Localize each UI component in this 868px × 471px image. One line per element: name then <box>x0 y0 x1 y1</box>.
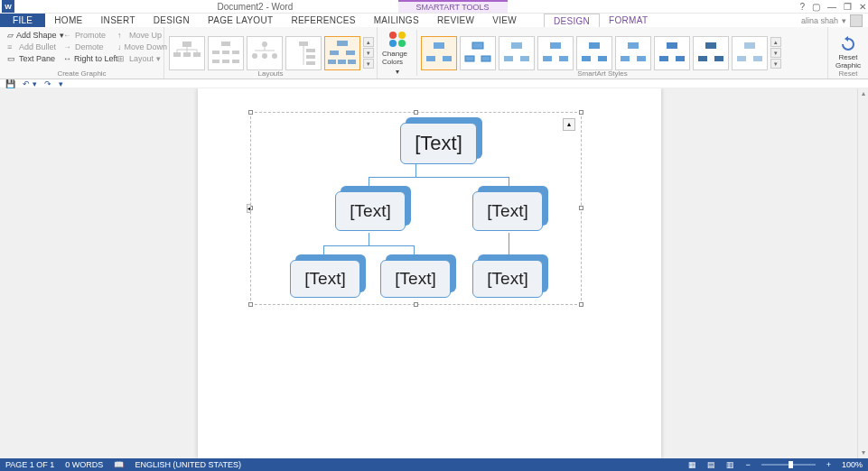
style-option-6[interactable] <box>615 36 651 70</box>
status-words[interactable]: 0 WORDS <box>65 460 103 469</box>
add-shape-button[interactable]: ▱Add Shape ▾ <box>5 30 61 41</box>
tab-references[interactable]: REFERENCES <box>282 14 364 27</box>
minimize-icon[interactable]: — <box>827 2 836 12</box>
style-option-3[interactable] <box>499 36 535 70</box>
group-label-layouts: Layouts <box>164 69 377 78</box>
help-icon[interactable]: ? <box>799 2 805 12</box>
resize-handle-tr[interactable] <box>579 110 583 115</box>
layout-option-2[interactable] <box>208 36 244 70</box>
move-up-icon: ↑ <box>117 31 126 40</box>
styles-scroll-down[interactable]: ▾ <box>770 48 781 58</box>
tab-design[interactable]: DESIGN <box>145 14 199 27</box>
tab-review[interactable]: REVIEW <box>428 14 483 27</box>
tab-view[interactable]: VIEW <box>483 14 526 27</box>
text-pane-toggle[interactable]: ◂ <box>247 204 251 213</box>
org-node-root[interactable]: [Text] <box>400 123 477 164</box>
style-option-9[interactable] <box>732 36 768 70</box>
tab-smartart-format[interactable]: FORMAT <box>600 14 657 27</box>
demote-button[interactable]: →Demote <box>61 42 115 52</box>
tab-smartart-design[interactable]: DESIGN <box>544 14 600 27</box>
vertical-scrollbar[interactable]: ▴ ▾ <box>857 88 868 458</box>
smartart-frame[interactable]: ◂ ▴ [Text] [Text] [Text] [Text] [Text] <box>250 112 582 305</box>
svg-point-35 <box>389 40 397 47</box>
svg-rect-11 <box>222 51 229 54</box>
resize-handle-tl[interactable] <box>248 110 253 115</box>
layouts-scroll-down[interactable]: ▾ <box>363 48 374 58</box>
scroll-down-icon[interactable]: ▾ <box>858 448 868 458</box>
close-icon[interactable]: ✕ <box>859 2 866 12</box>
reset-graphic-button[interactable]: Reset Graphic <box>830 31 866 75</box>
style-option-7[interactable] <box>654 36 690 70</box>
resize-handle-br[interactable] <box>579 302 583 307</box>
resize-handle-rm[interactable] <box>579 206 583 210</box>
svg-rect-30 <box>328 60 336 64</box>
save-icon[interactable]: 💾 <box>5 79 15 88</box>
org-node-l3-1[interactable]: [Text] <box>290 260 360 298</box>
avatar <box>850 14 863 27</box>
user-name-label: alina shah <box>801 16 838 25</box>
layout-option-1[interactable] <box>169 36 205 70</box>
rtl-icon: ↔ <box>63 54 71 63</box>
svg-rect-3 <box>193 52 201 57</box>
tab-mailings[interactable]: MAILINGS <box>365 14 428 27</box>
view-print-layout-icon[interactable]: ▤ <box>707 460 715 469</box>
undo-icon[interactable]: ↶ ▾ <box>23 79 37 88</box>
resize-handle-bm[interactable] <box>414 302 418 307</box>
account-user[interactable]: alina shah ▾ <box>801 14 868 27</box>
tab-page-layout[interactable]: PAGE LAYOUT <box>199 14 282 27</box>
ribbon-display-options-icon[interactable]: ▢ <box>812 2 820 12</box>
styles-scroll-up[interactable]: ▴ <box>770 37 781 47</box>
right-to-left-button[interactable]: ↔Right to Left <box>61 53 115 64</box>
org-node-l3-3[interactable]: [Text] <box>472 260 543 298</box>
resize-handle-tm[interactable] <box>414 110 418 115</box>
style-option-2[interactable] <box>460 36 496 70</box>
layout-option-3[interactable] <box>247 36 283 70</box>
svg-point-19 <box>272 53 277 59</box>
svg-rect-24 <box>306 49 315 52</box>
resize-handle-bl[interactable] <box>248 302 253 307</box>
org-chart: [Text] [Text] [Text] [Text] [Text] [Text… <box>256 117 576 300</box>
view-web-layout-icon[interactable]: ▥ <box>726 460 734 469</box>
layouts-gallery-scroll: ▴ ▾ ▾ <box>363 37 374 69</box>
svg-rect-26 <box>306 61 315 65</box>
qat-customize-icon[interactable]: ▾ <box>59 79 63 88</box>
promote-button[interactable]: ←Promote <box>61 30 115 41</box>
svg-marker-64 <box>845 36 848 42</box>
move-down-button[interactable]: ↓Move Down <box>115 42 169 52</box>
zoom-out-button[interactable]: − <box>745 460 750 469</box>
tab-insert[interactable]: INSERT <box>92 14 145 27</box>
style-option-1-selected[interactable] <box>421 36 457 70</box>
style-option-5[interactable] <box>576 36 612 70</box>
zoom-level[interactable]: 100% <box>842 460 863 469</box>
style-option-8[interactable] <box>693 36 729 70</box>
status-language[interactable]: ENGLISH (UNITED STATES) <box>135 460 241 469</box>
tab-file[interactable]: FILE <box>0 14 45 27</box>
status-proofing-icon[interactable]: 📖 <box>114 460 124 469</box>
svg-rect-22 <box>299 42 308 46</box>
zoom-in-button[interactable]: + <box>826 460 831 469</box>
add-bullet-button[interactable]: ≡Add Bullet <box>5 42 61 52</box>
status-page[interactable]: PAGE 1 OF 1 <box>5 460 54 469</box>
redo-icon[interactable]: ↷ <box>44 79 51 88</box>
org-node-l3-2[interactable]: [Text] <box>380 260 451 298</box>
text-pane-button[interactable]: ▭Text Pane <box>5 53 61 64</box>
restore-icon[interactable]: ❐ <box>844 2 852 12</box>
scroll-up-icon[interactable]: ▴ <box>858 88 868 99</box>
tab-home[interactable]: HOME <box>45 14 91 27</box>
move-up-button[interactable]: ↑Move Up <box>115 30 169 41</box>
layouts-scroll-up[interactable]: ▴ <box>363 37 374 47</box>
zoom-slider[interactable] <box>761 464 816 466</box>
styles-more-button[interactable]: ▾ <box>770 59 781 69</box>
org-node-l2-left[interactable]: [Text] <box>335 191 406 231</box>
group-label-create-graphic: Create Graphic <box>0 69 163 78</box>
layout-option-4[interactable] <box>285 36 322 70</box>
layouts-more-button[interactable]: ▾ <box>363 59 374 69</box>
org-node-l2-right[interactable]: [Text] <box>472 191 543 231</box>
view-read-mode-icon[interactable]: ▦ <box>688 460 696 469</box>
svg-rect-59 <box>698 56 707 61</box>
svg-point-17 <box>252 53 257 59</box>
layout-button[interactable]: ⊞Layout ▾ <box>115 53 169 64</box>
document-title: Document2 - Word <box>218 2 294 12</box>
layout-option-5-selected[interactable] <box>324 36 360 70</box>
style-option-4[interactable] <box>537 36 574 70</box>
